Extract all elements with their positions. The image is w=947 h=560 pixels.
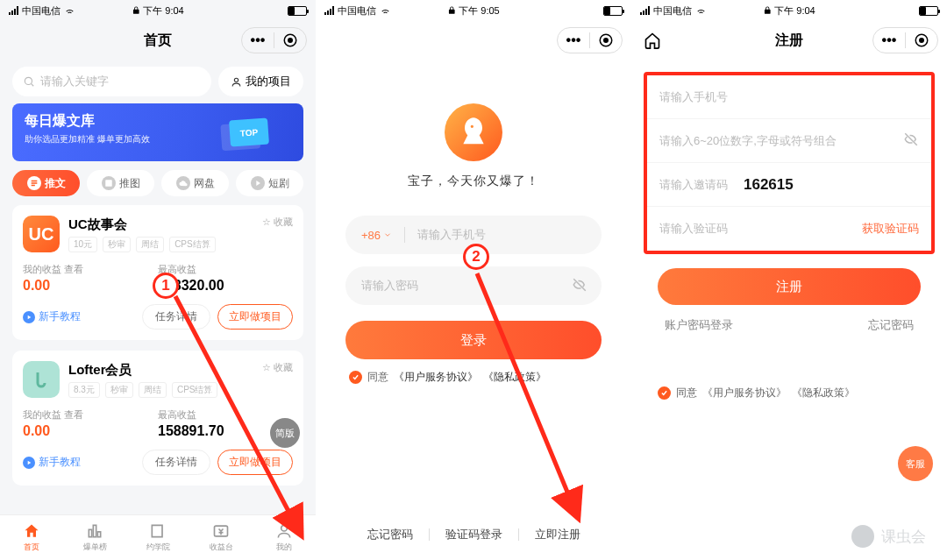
miniprogram-capsule[interactable]: ••• — [872, 27, 938, 53]
svg-point-1 — [288, 39, 293, 43]
agree-checkbox[interactable]: 同意《用户服务协议》《隐私政策》 — [658, 386, 921, 401]
annotation-2: 2 — [463, 244, 489, 270]
svg-point-2 — [25, 77, 32, 84]
invite-code-value: 162615 — [744, 176, 794, 194]
login-bottom-links: 忘记密码 验证码登录 立即注册 — [316, 527, 631, 542]
project-card-lofter[interactable]: 简版 ☆ 收藏 Lofter会员 8.3元 秒审 周结 CPS结算 我的收益 查… — [12, 351, 303, 486]
do-project-button[interactable]: 立即做项目 — [217, 450, 293, 475]
tos-link[interactable]: 《用户服务协议》 — [394, 370, 478, 385]
register-button[interactable]: 注册 — [658, 268, 921, 305]
svg-rect-7 — [97, 532, 100, 537]
title-bar: 注册 ••• — [631, 21, 947, 60]
battery-icon — [919, 6, 938, 16]
tab-tuitu[interactable]: 推图 — [87, 170, 154, 196]
lofter-app-icon — [23, 361, 60, 398]
forgot-link[interactable]: 忘记密码 — [352, 527, 429, 542]
eye-off-icon[interactable] — [903, 131, 919, 150]
task-detail-button[interactable]: 任务详情 — [142, 450, 210, 475]
battery-icon — [603, 6, 623, 16]
page-title: 首页 — [144, 32, 172, 50]
lock-icon — [132, 6, 140, 15]
get-code-button[interactable]: 获取验证码 — [862, 221, 919, 237]
daily-banner[interactable]: 每日爆文库 助你选品更加精准 爆单更加高效 TOP — [12, 103, 303, 161]
title-bar: 首页 ••• — [0, 21, 316, 60]
bottom-nav: 首页 爆单榜 约学院 收益台 我的 — [0, 514, 316, 560]
close-target-icon[interactable] — [590, 28, 622, 53]
status-bar: 中国电信 下午 9:04 — [0, 0, 316, 21]
nav-mine[interactable]: 我的 — [253, 515, 316, 560]
more-icon[interactable]: ••• — [242, 28, 274, 53]
watermark: 课虫会 — [851, 525, 926, 548]
tutorial-link[interactable]: 新手教程 — [23, 455, 135, 470]
svg-point-3 — [234, 78, 238, 82]
chevron-down-icon — [383, 230, 392, 239]
code-input[interactable]: 请输入验证码获取验证码 — [647, 207, 931, 251]
status-bar: 中国电信 下午 9:05 — [316, 0, 631, 21]
register-link[interactable]: 立即注册 — [519, 527, 596, 542]
task-detail-button[interactable]: 任务详情 — [142, 304, 210, 330]
svg-rect-4 — [105, 180, 112, 187]
battery-icon — [288, 6, 307, 16]
title-bar: ••• — [316, 21, 631, 60]
privacy-link[interactable]: 《隐私政策》 — [792, 386, 855, 401]
more-icon[interactable]: ••• — [873, 28, 905, 53]
svg-point-9 — [281, 525, 288, 531]
password-input[interactable]: 请输入6~20位数字,字母或符号组合 — [647, 119, 931, 163]
more-icon[interactable]: ••• — [558, 28, 589, 53]
close-target-icon[interactable] — [906, 28, 937, 53]
customer-service-button[interactable]: 客服 — [898, 446, 933, 481]
search-input[interactable]: 请输入关键字 — [12, 67, 211, 96]
miniprogram-capsule[interactable]: ••• — [241, 27, 307, 53]
nav-revenue[interactable]: 收益台 — [189, 515, 253, 560]
invite-input[interactable]: 请输入邀请码162615 — [647, 163, 931, 207]
search-icon — [23, 75, 35, 88]
miniprogram-capsule[interactable]: ••• — [557, 27, 623, 53]
eye-off-icon[interactable] — [572, 277, 587, 295]
signal-icon — [9, 6, 18, 15]
do-project-button[interactable]: 立即做项目 — [217, 304, 293, 330]
agree-checkbox[interactable]: 同意《用户服务协议》《隐私政策》 — [345, 370, 602, 385]
signal-icon — [640, 6, 650, 15]
nav-school[interactable]: 约学院 — [126, 515, 189, 560]
svg-point-13 — [920, 39, 924, 43]
wifi-icon — [695, 5, 707, 17]
slogan: 宝子，今天你又爆了！ — [345, 174, 602, 189]
tab-duanju[interactable]: 短剧 — [236, 170, 303, 196]
password-input[interactable]: 请输入密码 — [345, 266, 602, 305]
wifi-icon — [64, 5, 75, 17]
lock-icon — [447, 6, 456, 15]
annotation-1: 1 — [153, 273, 179, 299]
tab-wangpan[interactable]: 网盘 — [161, 170, 229, 196]
register-form-highlight: 请输入手机号 请输入6~20位数字,字母或符号组合 请输入邀请码162615 请… — [644, 72, 935, 254]
category-tabs: 推文 推图 网盘 短剧 — [0, 170, 316, 205]
password-login-link[interactable]: 账户密码登录 — [665, 317, 733, 333]
simple-badge[interactable]: 简版 — [270, 418, 300, 448]
top-icon: TOP — [229, 118, 269, 147]
tos-link[interactable]: 《用户服务协议》 — [702, 386, 787, 401]
wifi-icon — [380, 5, 391, 17]
svg-rect-5 — [89, 529, 91, 536]
nav-home[interactable]: 首页 — [0, 515, 63, 560]
my-projects-button[interactable]: 我的项目 — [218, 67, 303, 96]
nav-rank[interactable]: 爆单榜 — [63, 515, 126, 560]
screen-login: 中国电信 下午 9:05 ••• 宝子，今天你又爆了！ +86 请输入手机号 请… — [316, 0, 631, 560]
uc-app-icon: UC — [23, 216, 60, 252]
lock-icon — [763, 6, 772, 15]
project-card-uc[interactable]: ☆ 收藏 UC UC故事会 10元 秒审 周结 CPS结算 我的收益 查看0.0… — [12, 205, 303, 340]
watermark-icon — [851, 525, 874, 548]
code-login-link[interactable]: 验证码登录 — [430, 527, 518, 542]
user-icon — [231, 76, 242, 88]
status-bar: 中国电信 下午 9:04 — [631, 0, 947, 21]
country-code[interactable]: +86 — [361, 229, 392, 242]
home-icon[interactable] — [644, 32, 661, 49]
close-target-icon[interactable] — [274, 28, 306, 53]
favorite-button[interactable]: ☆ 收藏 — [262, 361, 293, 374]
privacy-link[interactable]: 《隐私政策》 — [483, 370, 546, 385]
tab-tuiwen[interactable]: 推文 — [12, 170, 80, 196]
forgot-link[interactable]: 忘记密码 — [868, 317, 914, 333]
favorite-button[interactable]: ☆ 收藏 — [262, 216, 293, 229]
tutorial-link[interactable]: 新手教程 — [23, 309, 135, 324]
login-button[interactable]: 登录 — [345, 321, 602, 359]
signal-icon — [324, 6, 334, 15]
phone-input[interactable]: 请输入手机号 — [647, 75, 931, 119]
